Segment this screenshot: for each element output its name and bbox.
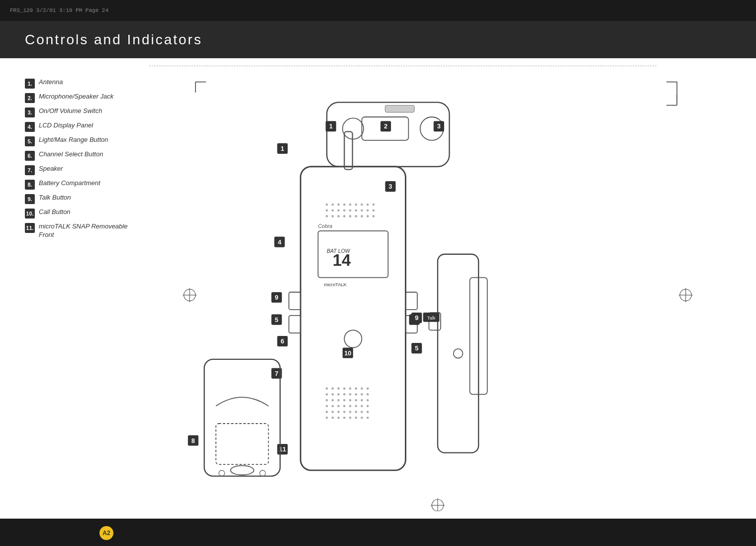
svg-point-64 — [349, 399, 352, 402]
svg-point-24 — [367, 204, 369, 206]
svg-text:7: 7 — [275, 370, 279, 377]
svg-point-67 — [367, 399, 369, 402]
svg-point-130 — [230, 465, 254, 475]
svg-point-69 — [331, 405, 334, 407]
list-item: 3. On/Off Volume Switch — [25, 107, 134, 117]
list-item: 5. Light/Max Range Button — [25, 136, 134, 146]
svg-rect-11 — [300, 167, 405, 470]
svg-point-21 — [349, 204, 352, 206]
item-badge-8: 8. — [25, 180, 35, 190]
page-number-badge: A2 — [99, 526, 113, 540]
svg-point-28 — [337, 209, 340, 212]
svg-point-66 — [361, 399, 363, 402]
item-badge-5: 5. — [25, 136, 35, 146]
svg-point-29 — [343, 209, 346, 212]
svg-point-79 — [343, 411, 346, 413]
svg-point-59 — [367, 393, 369, 396]
svg-point-72 — [349, 405, 352, 407]
list-item: 7. Speaker — [25, 165, 134, 175]
item-label-10: Call Button — [39, 208, 71, 217]
svg-point-44 — [326, 387, 328, 390]
svg-point-18 — [331, 204, 334, 206]
svg-point-65 — [355, 399, 357, 402]
svg-point-27 — [331, 209, 334, 212]
svg-rect-13 — [318, 231, 388, 278]
svg-rect-93 — [289, 316, 300, 333]
svg-text:10: 10 — [344, 349, 351, 357]
svg-point-82 — [361, 411, 363, 413]
svg-point-25 — [373, 204, 375, 206]
item-label-4: LCD Display Panel — [39, 121, 93, 130]
svg-point-51 — [367, 387, 369, 390]
svg-point-70 — [337, 405, 340, 407]
item-label-6: Channel Select Button — [39, 150, 103, 159]
svg-point-132 — [260, 470, 266, 476]
device-diagram: 1 2 3 BAT LOW 14 Cobra — [139, 73, 736, 511]
list-item: 6. Channel Select Button — [25, 150, 134, 161]
svg-point-40 — [355, 215, 357, 218]
svg-point-57 — [355, 393, 357, 396]
item-badge-6: 6. — [25, 151, 35, 161]
svg-point-76 — [326, 411, 328, 413]
list-item: 2. Microphone/Speaker Jack — [25, 93, 134, 103]
top-bar: FRS_120 3/2/01 3:19 PM Page 24 — [0, 0, 756, 21]
svg-point-43 — [373, 215, 375, 218]
svg-point-89 — [355, 417, 357, 419]
svg-point-41 — [361, 215, 363, 218]
svg-point-39 — [349, 215, 352, 218]
svg-point-60 — [326, 399, 328, 402]
svg-text:8: 8 — [191, 437, 195, 444]
svg-point-131 — [219, 470, 225, 476]
svg-rect-4 — [385, 106, 414, 112]
item-label-9: Talk Button — [39, 194, 71, 202]
svg-point-81 — [355, 411, 357, 413]
svg-text:1: 1 — [329, 122, 333, 130]
svg-point-50 — [361, 387, 363, 390]
svg-point-54 — [337, 393, 340, 396]
item-label-5: Light/Max Range Button — [39, 136, 108, 144]
svg-text:5: 5 — [415, 344, 418, 352]
item-label-1: Antenna — [39, 78, 63, 87]
list-item: 10. Call Button — [25, 208, 134, 218]
svg-point-32 — [361, 209, 363, 212]
svg-point-90 — [361, 417, 363, 419]
svg-point-125 — [454, 349, 463, 358]
svg-point-20 — [343, 204, 346, 206]
main-content: 1. Antenna 2. Microphone/Speaker Jack 3.… — [0, 58, 756, 519]
svg-text:6: 6 — [281, 337, 284, 345]
svg-text:Talk: Talk — [427, 316, 436, 321]
svg-point-19 — [337, 204, 340, 206]
svg-text:2: 2 — [384, 122, 387, 130]
svg-text:9: 9 — [275, 294, 279, 301]
page-title: Controls and Indicators — [25, 32, 202, 48]
svg-point-78 — [337, 411, 340, 413]
item-label-2: Microphone/Speaker Jack — [39, 93, 113, 101]
svg-rect-12 — [344, 131, 352, 169]
item-label-3: On/Off Volume Switch — [39, 107, 102, 115]
svg-point-22 — [355, 204, 357, 206]
item-badge-7: 7. — [25, 165, 35, 175]
list-item: 4. LCD Display Panel — [25, 121, 134, 132]
svg-text:microTALK: microTALK — [324, 282, 347, 287]
svg-point-33 — [367, 209, 369, 212]
svg-point-68 — [326, 405, 328, 407]
list-item: 11. microTALK SNAP Removeable Front — [25, 222, 134, 239]
svg-text:4: 4 — [278, 238, 282, 246]
svg-point-91 — [367, 417, 369, 419]
svg-rect-94 — [405, 292, 417, 310]
svg-point-62 — [337, 399, 340, 402]
svg-point-36 — [331, 215, 334, 218]
svg-point-42 — [367, 215, 369, 218]
svg-text:Cobra: Cobra — [318, 223, 332, 229]
item-badge-4: 4. — [25, 122, 35, 132]
item-label-7: Speaker — [39, 165, 63, 173]
svg-point-35 — [326, 215, 328, 218]
svg-point-38 — [343, 215, 346, 218]
svg-point-88 — [349, 417, 352, 419]
item-badge-9: 9. — [25, 194, 35, 204]
svg-point-17 — [326, 204, 328, 206]
bottom-bar: A2 — [0, 519, 756, 546]
item-badge-11: 11. — [25, 223, 35, 233]
title-section: Controls and Indicators — [0, 21, 756, 58]
svg-point-83 — [367, 411, 369, 413]
